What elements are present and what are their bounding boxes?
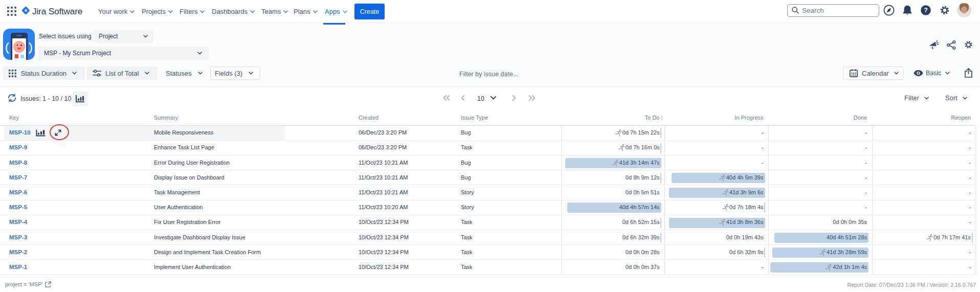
svg-text:?: ? bbox=[924, 7, 928, 14]
